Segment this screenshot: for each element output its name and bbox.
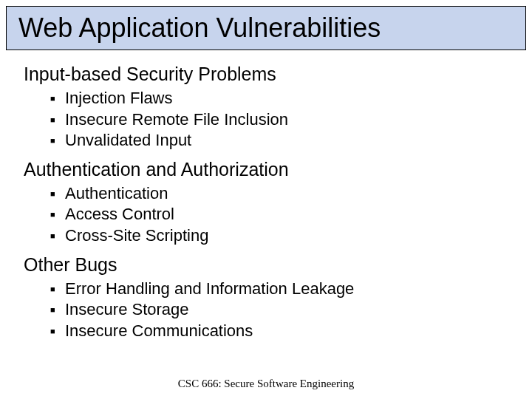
list-item: Cross-Site Scripting [50,225,508,247]
section-1: Authentication and Authorization Authent… [24,159,508,247]
section-heading: Other Bugs [24,254,508,276]
bullet-list: Error Handling and Information Leakage I… [50,279,508,342]
slide-footer: CSC 666: Secure Software Engineering [0,378,532,390]
list-item: Unvalidated Input [50,130,508,151]
bullet-list: Authentication Access Control Cross-Site… [50,183,508,247]
section-heading: Input-based Security Problems [24,64,508,85]
section-2: Other Bugs Error Handling and Informatio… [24,254,508,342]
list-item: Authentication [50,183,508,205]
section-heading: Authentication and Authorization [24,159,508,180]
title-bar: Web Application Vulnerabilities [6,6,526,50]
bullet-list: Injection Flaws Insecure Remote File Inc… [50,88,508,151]
section-0: Input-based Security Problems Injection … [24,64,508,151]
slide-content: Input-based Security Problems Injection … [0,50,532,341]
slide-title: Web Application Vulnerabilities [18,13,514,44]
list-item: Insecure Communications [50,321,508,342]
list-item: Access Control [50,204,508,225]
list-item: Insecure Remote File Inclusion [50,109,508,131]
list-item: Insecure Storage [50,299,508,321]
list-item: Error Handling and Information Leakage [50,279,508,300]
list-item: Injection Flaws [50,88,508,109]
